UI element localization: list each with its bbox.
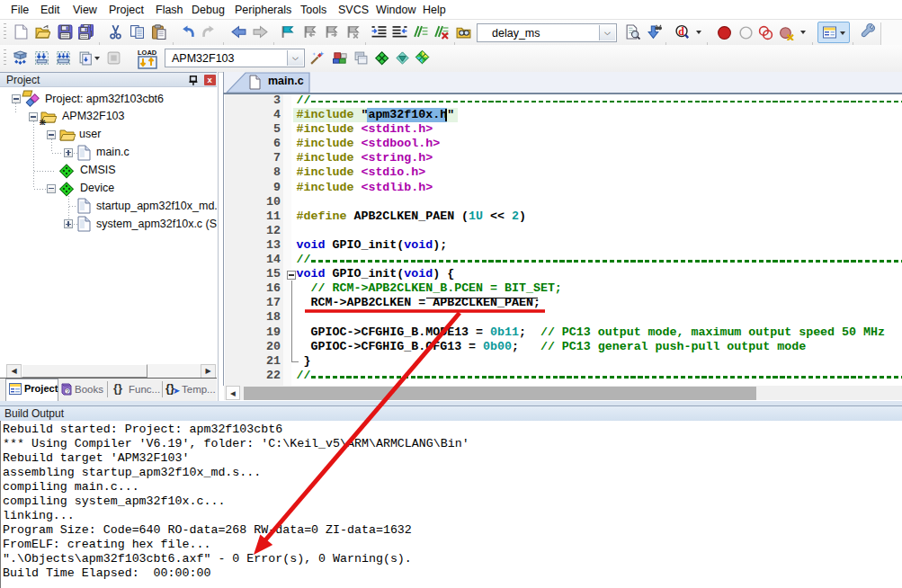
svg-text:LOAD: LOAD	[138, 49, 157, 57]
svg-text:?: ?	[66, 388, 69, 395]
svg-text:d: d	[678, 25, 684, 38]
svg-text:❋: ❋	[40, 117, 46, 125]
